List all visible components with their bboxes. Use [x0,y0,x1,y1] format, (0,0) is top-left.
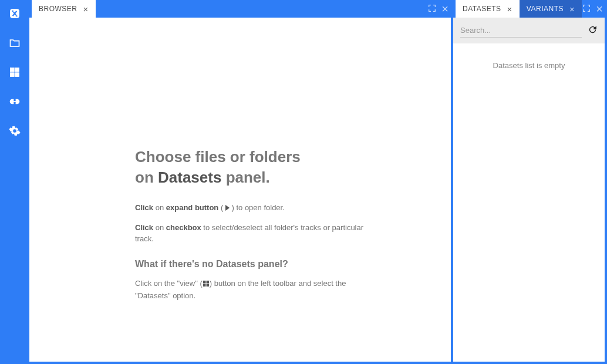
help-p1-t1: on [153,203,166,212]
close-panel-button[interactable]: × [441,3,448,15]
tab-label: VARIANTS [527,5,564,13]
play-triangle-icon [225,205,230,211]
help-title-line2-post: panel. [221,168,269,186]
left-toolbar [0,0,29,364]
main-panel: BROWSER × × Choose files or folders on D… [29,0,453,364]
refresh-icon [588,25,598,35]
grid-icon [9,66,21,80]
search-input[interactable] [460,23,582,38]
svg-rect-8 [206,281,209,284]
main-tabbar: BROWSER × × [29,0,453,18]
help-p2-t1: on [153,223,166,232]
folder-icon [9,37,21,50]
help-p2: Click on checkbox to select/deselect all… [135,222,382,245]
svg-point-1 [12,10,14,12]
app-root: BROWSER × × Choose files or folders on D… [0,0,607,364]
settings-button[interactable] [5,122,24,141]
logo-button[interactable] [5,5,24,23]
svg-rect-9 [203,284,206,287]
help-p1: Click on expand button ( ) to open folde… [135,202,382,214]
tab-browser[interactable]: BROWSER × [32,0,96,18]
help-p3: Click on the "view" () button on the lef… [135,278,382,302]
folder-button[interactable] [5,34,24,53]
search-row [453,18,605,43]
refresh-button[interactable] [588,25,598,36]
help-p2-b1: Click [135,223,153,232]
close-icon[interactable]: × [507,4,512,14]
svg-rect-3 [11,68,15,72]
maximize-button[interactable] [427,4,437,15]
right-tabbar: DATASETS × VARIANTS × × [453,0,607,18]
tab-datasets[interactable]: DATASETS × [456,0,520,18]
help-title: Choose files or folders on Datasets pane… [135,147,382,188]
help-p1-t3: ) to open folder. [230,203,285,212]
tab-label: DATASETS [463,5,501,13]
close-icon[interactable]: × [569,4,575,14]
right-panel-actions: × [582,0,607,18]
empty-message: Datasets list is empty [453,43,605,87]
svg-rect-4 [15,68,19,72]
close-icon[interactable]: × [83,4,89,14]
svg-rect-5 [11,72,15,76]
link-icon [9,96,21,109]
help-subtitle: What if there's no Datasets panel? [135,259,382,269]
help-p1-t2: ( [218,203,225,212]
grid-inline-icon [203,279,210,291]
svg-rect-7 [203,281,206,284]
svg-rect-10 [206,284,209,287]
help-p1-b2: expand button [166,203,219,212]
view-button[interactable] [5,63,24,82]
help-p2-b2: checkbox [166,223,201,232]
datasets-content: Datasets list is empty [453,18,605,362]
help-p1-b1: Click [135,203,153,212]
browser-content: Choose files or folders on Datasets pane… [29,18,451,362]
link-button[interactable] [5,93,24,112]
svg-point-2 [16,15,18,16]
help-title-line1: Choose files or folders [135,148,301,166]
help-block: Choose files or folders on Datasets pane… [135,147,382,302]
maximize-button[interactable] [582,4,591,15]
tab-variants[interactable]: VARIANTS × [520,0,582,18]
close-panel-button[interactable]: × [596,3,603,15]
right-panel: DATASETS × VARIANTS × × Datasets lis [453,0,607,364]
help-p3-t1: Click on the "view" ( [135,279,203,288]
svg-rect-6 [15,72,19,76]
main-panel-actions: × [427,0,453,18]
tab-label: BROWSER [39,5,77,13]
help-title-line2-pre: on [135,168,158,186]
gear-icon [9,125,21,139]
help-title-em: Datasets [158,168,221,186]
logo-icon [9,8,21,21]
